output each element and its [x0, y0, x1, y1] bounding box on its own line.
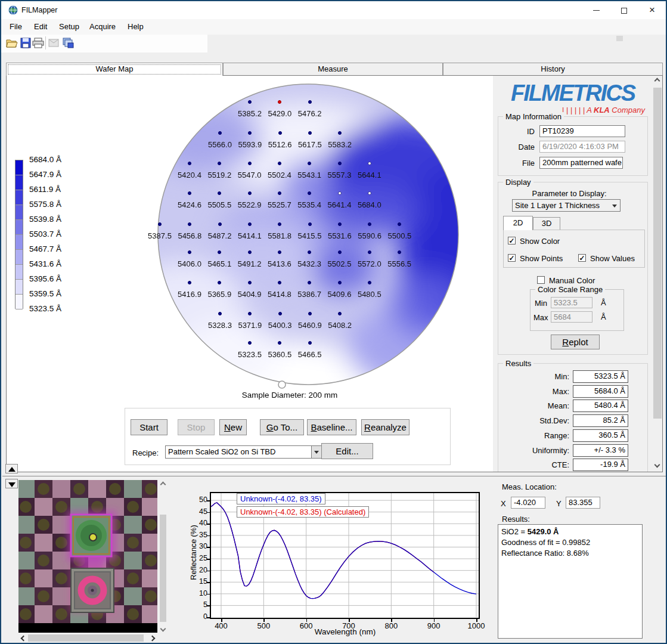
x-field[interactable]: -4.020 [511, 497, 545, 509]
wafer-point-dot[interactable] [368, 191, 371, 195]
wafer-point-dot[interactable] [248, 100, 252, 104]
camera-vscrollbar[interactable] [159, 480, 167, 633]
wafer-point-dot[interactable] [308, 341, 312, 345]
close-button[interactable]: × [638, 1, 666, 19]
parameter-combobox[interactable]: Site 1 Layer 1 Thickness [512, 199, 621, 212]
tab-wafer-map[interactable]: Wafer Map [6, 63, 223, 76]
file-field[interactable]: 200mm patterned wafe [539, 157, 623, 169]
collapse-panel-button[interactable] [5, 464, 18, 473]
x-tick-mark [306, 619, 308, 622]
wafer-point-dot[interactable] [248, 162, 252, 165]
wafer-point-dot[interactable] [248, 341, 252, 345]
wafer-point-dot[interactable] [338, 281, 342, 284]
wafer-point-dot[interactable] [278, 131, 282, 135]
panel-scrollbar[interactable] [653, 76, 662, 472]
wafer-point-dot[interactable] [248, 250, 252, 254]
wafer-point-dot[interactable] [278, 250, 281, 254]
wafer-point-value: 5593.9 [234, 140, 265, 149]
tab-3d[interactable]: 3D [533, 217, 560, 230]
wafer-point-dot[interactable] [188, 250, 191, 254]
wafer-point-dot[interactable] [338, 250, 342, 254]
wafer-point-dot[interactable] [338, 222, 342, 226]
wafer-point-dot[interactable] [338, 162, 342, 165]
wafer-point-value: 5557.3 [324, 171, 355, 179]
wafer-point-dot[interactable] [218, 131, 222, 135]
replot-button[interactable]: Replot [551, 335, 600, 349]
wafer-point-dot[interactable] [338, 191, 342, 195]
print-icon[interactable] [32, 38, 44, 48]
parameter-dropdown-arrow[interactable] [610, 200, 620, 211]
scrollbar-thumb[interactable] [653, 88, 662, 419]
wafer-point-dot[interactable] [308, 222, 312, 226]
wafer-point-dot[interactable] [218, 222, 222, 226]
camera-scroll-up-icon[interactable] [160, 482, 166, 488]
y-field[interactable]: 83.355 [566, 497, 600, 509]
wafer-point-dot[interactable] [368, 250, 371, 254]
camera-scroll-down-icon[interactable] [160, 626, 166, 632]
wafer-point-dot[interactable] [188, 281, 191, 284]
id-field[interactable]: PT10239 [539, 125, 625, 137]
show-values-checkbox[interactable]: ✓ [578, 254, 586, 262]
edit-recipe-button[interactable]: Edit... [321, 443, 373, 459]
wafer-point-value: 5406.0 [174, 259, 205, 268]
wafer-point-value: 5505.5 [204, 200, 235, 209]
save-icon[interactable] [20, 38, 32, 48]
copy-save-icon[interactable] [63, 38, 75, 48]
wafer-point-dot[interactable] [368, 162, 371, 165]
wafer-point-dot[interactable] [158, 222, 162, 226]
wafer-point-dot[interactable] [248, 191, 252, 195]
wafer-point-dot[interactable] [278, 312, 282, 315]
wafer-point-value: 5547.0 [234, 171, 265, 179]
tab-measure[interactable]: Measure [223, 63, 443, 75]
open-file-icon[interactable] [6, 38, 18, 48]
x-tick-label: 400 [209, 621, 233, 630]
wafer-point-dot[interactable] [218, 312, 222, 315]
menu-item-edit[interactable]: Edit [34, 22, 47, 31]
recipe-dropdown-arrow[interactable] [311, 446, 321, 458]
camera-scroll-right-icon[interactable] [150, 636, 156, 642]
wafer-point-dot[interactable] [248, 222, 252, 226]
baseline-button[interactable]: Baseline... [307, 419, 356, 435]
wafer-point-dot[interactable] [308, 131, 312, 135]
point-results-box[interactable]: SiO2 = 5429.0 Å Goodness of fit = 0.9985… [498, 524, 643, 639]
wafer-point-value: 5408.2 [324, 321, 355, 330]
wafer-point-dot[interactable] [368, 281, 371, 284]
menu-item-file[interactable]: File [10, 22, 22, 31]
new-button[interactable]: New [219, 419, 247, 435]
expand-panel-button[interactable] [5, 479, 18, 488]
maximize-button[interactable] [610, 1, 638, 19]
recipe-combobox[interactable]: Pattern Scaled SiO2 on Si TBD [165, 445, 322, 459]
wafer-point-dot[interactable] [278, 191, 281, 195]
result-label: Max: [504, 387, 569, 396]
result-field: 85.2 Å [573, 414, 628, 427]
camera-scroll-left-icon[interactable] [21, 636, 27, 642]
camera-hscrollbar[interactable] [18, 634, 157, 642]
minimize-button[interactable] [582, 1, 610, 19]
menu-item-setup[interactable]: Setup [59, 22, 79, 31]
tab-history[interactable]: History [443, 63, 663, 75]
manual-color-checkbox[interactable] [537, 276, 545, 284]
menu-item-help[interactable]: Help [128, 22, 144, 31]
wafer-point-dot[interactable] [188, 162, 191, 165]
main-region: 5684.0 Å5647.9 Å5611.9 Å5575.8 Å5539.8 Å… [6, 75, 663, 472]
wafer-point-dot[interactable] [308, 100, 312, 104]
show-points-checkbox[interactable]: ✓ [508, 254, 516, 262]
wafer-point-dot[interactable] [248, 281, 252, 284]
camera-view[interactable] [18, 480, 157, 633]
menu-item-acquire[interactable]: Acquire [89, 22, 116, 31]
wafer-point-dot[interactable] [308, 312, 312, 315]
reanalyze-button[interactable]: Reanalyze [361, 419, 409, 435]
stop-button: Stop [178, 419, 215, 435]
go-to-button[interactable]: Go To... [260, 419, 304, 435]
wafer-point-dot[interactable] [278, 281, 281, 284]
tab-2d[interactable]: 2D [503, 216, 533, 230]
scroll-down-icon[interactable] [654, 462, 660, 468]
y-label: Y [556, 499, 561, 508]
start-button[interactable]: Start [131, 419, 167, 435]
wafer-point-dot[interactable] [278, 162, 281, 165]
x-tick-mark [349, 619, 350, 622]
show-color-checkbox[interactable]: ✓ [508, 237, 516, 244]
wafer-point-dot[interactable] [188, 191, 191, 195]
x-tick-mark [263, 619, 265, 622]
scroll-up-icon[interactable] [654, 78, 660, 84]
